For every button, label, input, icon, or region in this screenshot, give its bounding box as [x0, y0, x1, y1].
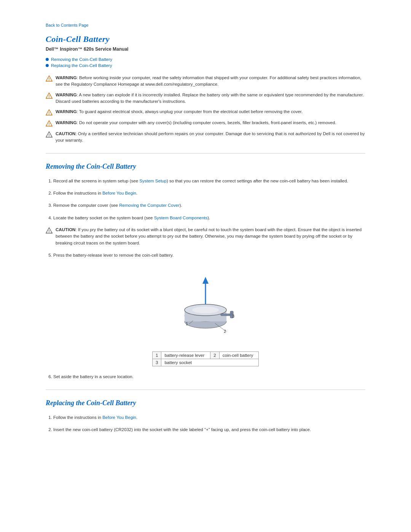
- system-board-components-link[interactable]: System Board Components: [154, 216, 208, 220]
- replacing-steps-list: Follow the instructions in Before You Be…: [53, 414, 365, 433]
- parts-table-row-2: 3 battery socket: [153, 359, 259, 366]
- warning-text-3: WARNING: To guard against electrical sho…: [56, 109, 303, 115]
- back-to-contents-link[interactable]: Back to Contents Page: [46, 23, 365, 27]
- svg-text:!: !: [48, 77, 49, 81]
- svg-text:3: 3: [232, 314, 234, 318]
- bullet-icon-replacing: [46, 64, 49, 67]
- warning-text-1: WARNING: Before working inside your comp…: [56, 75, 365, 88]
- warning-block-3: ! WARNING: To guard against electrical s…: [46, 109, 365, 116]
- warning-icon-3: !: [46, 109, 53, 116]
- svg-marker-20: [202, 277, 209, 284]
- removing-steps-list-2: Press the battery-release lever to remov…: [53, 252, 365, 259]
- caution-text-1: CAUTION: Only a certified service techni…: [56, 131, 365, 144]
- parts-table-row-1: 1 battery-release lever 2 coin-cell batt…: [153, 352, 259, 359]
- replacing-step-1: Follow the instructions in Before You Be…: [53, 414, 365, 421]
- warning-block-4: ! WARNING: Do not operate your computer …: [46, 120, 365, 127]
- svg-text:!: !: [48, 111, 49, 115]
- removing-step-3: Remove the computer cover (see Removing …: [53, 202, 365, 209]
- svg-text:1: 1: [186, 321, 188, 326]
- page-title: Coin-Cell Battery: [46, 34, 365, 44]
- divider-1: [46, 153, 365, 153]
- bullet-icon-removing: [46, 58, 49, 61]
- removing-step-2: Follow the instructions in Before You Be…: [53, 190, 365, 197]
- part-num-2: 2: [210, 352, 219, 359]
- svg-point-16: [192, 307, 219, 313]
- warning-block-1: ! WARNING: Before working inside your co…: [46, 75, 365, 88]
- toc-link-removing[interactable]: Removing the Coin-Cell Battery: [51, 57, 112, 62]
- warning-block-2: ! WARNING: A new battery can explode if …: [46, 92, 365, 105]
- toc-link-replacing[interactable]: Replacing the Coin-Cell Battery: [51, 63, 112, 68]
- svg-text:!: !: [48, 133, 49, 137]
- caution-block-1: ! CAUTION: Only a certified service tech…: [46, 131, 365, 144]
- battery-diagram: 1 2 3: [156, 266, 255, 342]
- removing-steps-list: Record all the screens in system setup (…: [53, 177, 365, 222]
- removing-step-1: Record all the screens in system setup (…: [53, 177, 365, 184]
- manual-title: Dell™ Inspiron™ 620s Service Manual: [46, 46, 365, 52]
- removing-computer-cover-link[interactable]: Removing the Computer Cover: [119, 203, 180, 208]
- warning-icon-2: !: [46, 92, 53, 99]
- caution-icon-2: !: [46, 227, 53, 234]
- warning-text-2: WARNING: A new battery can explode if it…: [56, 92, 365, 105]
- toc-item-replacing: Replacing the Coin-Cell Battery: [46, 63, 365, 68]
- battery-diagram-area: 1 2 3: [46, 266, 365, 342]
- system-setup-link[interactable]: System Setup: [139, 179, 167, 183]
- replacing-step-2: Insert the new coin-cell battery (CR2032…: [53, 426, 365, 433]
- toc-links: Removing the Coin-Cell Battery Replacing…: [46, 57, 365, 68]
- toc-item-removing: Removing the Coin-Cell Battery: [46, 57, 365, 62]
- warning-icon-4: !: [46, 120, 53, 127]
- caution-block-2: ! CAUTION: If you pry the battery out of…: [46, 227, 365, 246]
- removing-step-4: Locate the battery socket on the system …: [53, 214, 365, 221]
- part-label-1: battery-release lever: [161, 352, 210, 359]
- caution-text-2: CAUTION: If you pry the battery out of i…: [56, 227, 365, 246]
- svg-text:!: !: [48, 229, 49, 233]
- part-label-2: coin-cell battery: [219, 352, 258, 359]
- divider-2: [46, 390, 365, 390]
- warning-text-4: WARNING: Do not operate your computer wi…: [56, 120, 336, 126]
- before-you-begin-link-2[interactable]: Before You Begin: [102, 415, 136, 420]
- removing-step-6: Set aside the battery in a secure locati…: [53, 373, 365, 380]
- caution-icon-1: !: [46, 131, 53, 138]
- part-num-1: 1: [153, 352, 161, 359]
- replacing-section-title: Replacing the Coin-Cell Battery: [46, 399, 365, 407]
- before-you-begin-link-1[interactable]: Before You Begin: [102, 191, 136, 195]
- removing-steps-list-3: Set aside the battery in a secure locati…: [53, 373, 365, 380]
- svg-text:!: !: [48, 94, 49, 98]
- removing-step-5: Press the battery-release lever to remov…: [53, 252, 365, 259]
- part-label-3: battery socket: [161, 359, 259, 366]
- removing-section-title: Removing the Coin-Cell Battery: [46, 163, 365, 171]
- warning-icon-1: !: [46, 75, 53, 82]
- parts-table: 1 battery-release lever 2 coin-cell batt…: [152, 351, 259, 366]
- svg-text:!: !: [48, 122, 49, 126]
- part-num-3: 3: [153, 359, 161, 366]
